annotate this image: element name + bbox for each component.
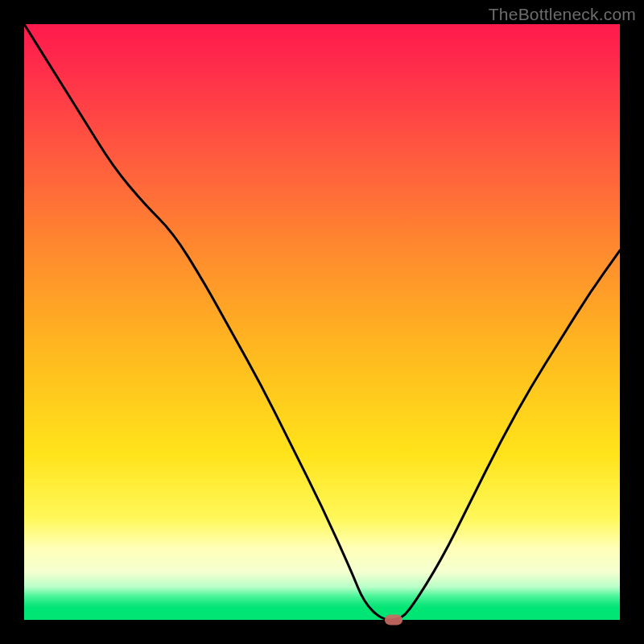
chart-frame: TheBottleneck.com (0, 0, 644, 644)
bottleneck-curve (24, 24, 620, 620)
optimum-marker (385, 615, 402, 625)
plot-area (24, 24, 620, 620)
watermark-text: TheBottleneck.com (489, 5, 636, 24)
